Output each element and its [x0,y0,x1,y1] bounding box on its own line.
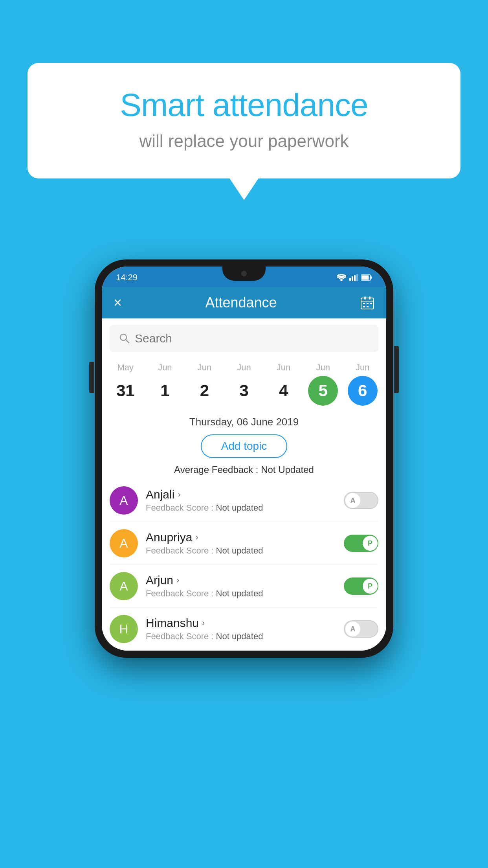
student-info: Himanshu ›Feedback Score : Not updated [146,616,336,642]
phone-frame: 14:29 [95,259,393,658]
speech-bubble: Smart attendance will replace your paper… [28,63,460,178]
toggle-track: A [344,620,378,638]
app-bar-title: Attendance [205,294,277,311]
close-button[interactable]: × [114,294,122,311]
date-month: Jun [264,362,303,373]
search-bar[interactable] [110,325,378,352]
toggle-track: P [344,577,378,595]
toggle-thumb: A [345,493,360,508]
selected-date-text: Thursday, 06 June 2019 [102,410,386,432]
student-item[interactable]: AArjun ›Feedback Score : Not updatedP [110,565,378,608]
svg-rect-10 [369,296,371,300]
svg-rect-0 [349,278,351,281]
date-month: Jun [303,362,343,373]
student-feedback: Feedback Score : Not updated [146,546,336,556]
student-item[interactable]: AAnupriya ›Feedback Score : Not updatedP [110,522,378,565]
bubble-subtitle: will replace your paperwork [59,131,429,151]
avg-feedback-label: Average Feedback : [174,464,258,475]
chevron-icon: › [176,575,179,585]
student-name: Himanshu › [146,616,336,630]
attendance-toggle[interactable]: A [344,492,378,509]
status-time: 14:29 [116,272,138,283]
student-name: Anupriya › [146,531,336,544]
avatar: H [110,615,138,643]
svg-rect-13 [370,303,372,304]
date-day[interactable]: 1 [150,376,180,406]
toggle-thumb: A [345,622,360,636]
svg-rect-2 [354,275,356,281]
date-day[interactable]: 5 [308,376,338,406]
svg-rect-1 [352,276,353,281]
date-month: May [106,362,145,373]
student-name: Anjali › [146,488,336,501]
calendar-icon[interactable] [360,296,374,310]
student-info: Anjali ›Feedback Score : Not updated [146,488,336,513]
student-feedback: Feedback Score : Not updated [146,631,336,642]
date-item[interactable]: Jun4 [264,359,303,410]
date-month: Jun [343,362,382,373]
date-month: Jun [145,362,185,373]
toggle-thumb: P [363,579,378,594]
add-topic-button[interactable]: Add topic [201,434,288,458]
avg-feedback-value: Not Updated [261,464,314,475]
toggle-thumb: P [363,536,378,551]
date-day[interactable]: 31 [110,376,140,406]
student-feedback: Feedback Score : Not updated [146,588,336,599]
date-item[interactable]: Jun1 [145,359,185,410]
feedback-value: Not updated [216,503,263,513]
svg-rect-15 [367,306,369,307]
feedback-value: Not updated [216,546,263,555]
svg-rect-9 [364,296,366,300]
toggle-track: P [344,535,378,552]
student-item[interactable]: HHimanshu ›Feedback Score : Not updatedA [110,608,378,651]
chevron-icon: › [202,618,205,628]
svg-rect-5 [371,276,372,279]
chevron-icon: › [178,489,180,500]
avatar: A [110,529,138,557]
svg-rect-6 [362,276,369,280]
wifi-icon [337,274,346,281]
svg-rect-12 [367,303,369,304]
date-scroll: May31Jun1Jun2Jun3Jun4Jun5Jun6 [102,359,386,410]
date-month: Jun [224,362,264,373]
student-info: Arjun ›Feedback Score : Not updated [146,574,336,599]
date-day[interactable]: 6 [348,376,378,406]
bubble-title: Smart attendance [59,86,429,123]
status-icons [337,274,372,281]
svg-line-17 [126,340,129,343]
student-feedback: Feedback Score : Not updated [146,503,336,513]
date-day[interactable]: 3 [229,376,259,406]
date-day[interactable]: 2 [189,376,219,406]
front-camera [241,271,247,276]
phone-container: 14:29 [95,259,393,658]
speech-bubble-container: Smart attendance will replace your paper… [28,63,460,178]
svg-rect-11 [363,303,365,304]
avatar: A [110,572,138,600]
date-day[interactable]: 4 [269,376,299,406]
phone-notch [222,267,266,281]
date-item[interactable]: Jun3 [224,359,264,410]
student-list: AAnjali ›Feedback Score : Not updatedAAA… [102,479,386,651]
feedback-value: Not updated [216,588,263,598]
signal-icon [349,274,358,281]
search-input[interactable] [135,332,369,345]
date-item[interactable]: Jun5 [303,359,343,410]
svg-rect-3 [356,274,358,281]
student-item[interactable]: AAnjali ›Feedback Score : Not updatedA [110,479,378,522]
student-info: Anupriya ›Feedback Score : Not updated [146,531,336,556]
attendance-toggle[interactable]: P [344,535,378,552]
phone-screen: 14:29 [102,267,386,651]
attendance-toggle[interactable]: P [344,577,378,595]
attendance-toggle[interactable]: A [344,620,378,638]
student-name: Arjun › [146,574,336,587]
date-item[interactable]: May31 [106,359,145,410]
app-bar: × Attendance [102,287,386,318]
chevron-icon: › [195,532,198,542]
feedback-value: Not updated [216,631,263,641]
date-item[interactable]: Jun2 [185,359,224,410]
svg-rect-14 [363,306,365,307]
battery-icon [361,274,372,281]
avg-feedback: Average Feedback : Not Updated [102,464,386,475]
date-item[interactable]: Jun6 [343,359,382,410]
date-month: Jun [185,362,224,373]
